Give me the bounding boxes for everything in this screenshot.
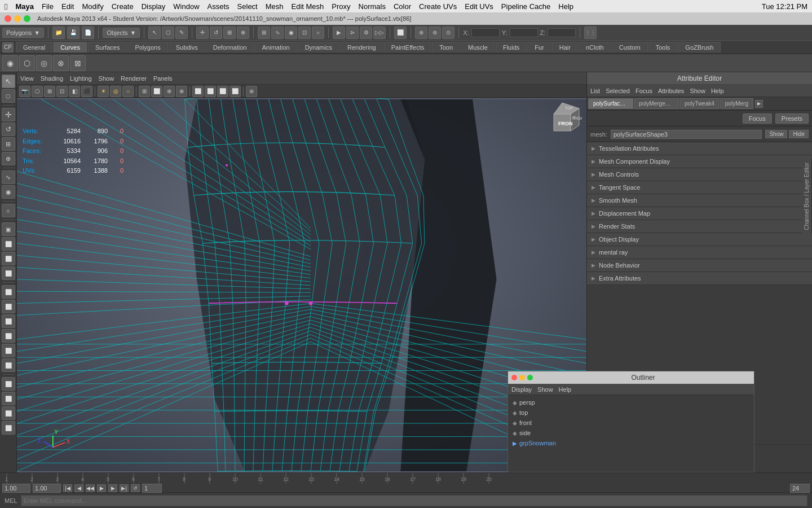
shelf-tab-gozbrush[interactable]: GoZBrush [678, 42, 721, 52]
outliner-item-grpsnowman[interactable]: ▶ grpSnowman [511, 438, 751, 448]
outliner-item-front[interactable]: ◆ front [511, 418, 751, 428]
create-menu[interactable]: Create [112, 2, 134, 11]
vp-show-menu[interactable]: Show [99, 75, 114, 82]
shelf-icon-3[interactable]: ◎ [36, 55, 52, 71]
next-frame-btn[interactable]: ▶ [108, 484, 117, 492]
layout-btn1[interactable]: ⬜ [2, 285, 15, 299]
section-tangent-space-header[interactable]: ▶ Tangent Space [587, 181, 812, 194]
color-menu[interactable]: Color [394, 2, 411, 11]
more-btn[interactable]: ⋮⋮ [584, 27, 597, 39]
shelf-tab-ncloth[interactable]: nCloth [579, 42, 611, 52]
vp-manip-btn[interactable]: ⊕ [164, 86, 175, 97]
vp-grid-btn[interactable]: ⊞ [139, 86, 150, 97]
close-button[interactable] [5, 15, 11, 22]
attr-focus-button[interactable]: Focus [743, 113, 772, 124]
modify-menu[interactable]: Modify [82, 2, 103, 11]
vp-view-menu[interactable]: View [20, 75, 34, 82]
z-input[interactable] [548, 28, 576, 37]
play-fwd-btn[interactable]: ▶ [97, 484, 106, 492]
help-menu[interactable]: Help [558, 2, 573, 11]
section-mental-ray-header[interactable]: ▶ mental ray [587, 246, 812, 259]
file-save-btn[interactable]: 💾 [67, 27, 80, 39]
layout-btn3[interactable]: ⬜ [2, 314, 15, 328]
channel-box-side-label[interactable]: Channel Box / Layer Editor [802, 159, 812, 234]
vp-layout3-btn[interactable]: ⬜ [217, 86, 228, 97]
display-menu[interactable]: Display [142, 2, 166, 11]
viewport[interactable]: View Shading Lighting Show Renderer Pane… [17, 72, 586, 472]
vp-lighting-menu[interactable]: Lighting [70, 75, 92, 82]
apple-menu[interactable]:  [5, 2, 7, 11]
section-smooth-mesh-header[interactable]: ▶ Smooth Mesh [587, 194, 812, 207]
outliner-min-btn[interactable] [519, 375, 525, 380]
window-menu[interactable]: Window [173, 2, 199, 11]
lasso-btn[interactable]: ⬡ [162, 27, 174, 39]
vp-camera-btn[interactable]: 📷 [19, 86, 30, 97]
move-btn[interactable]: ✛ [196, 27, 209, 39]
shelf-tab-tools[interactable]: Tools [648, 42, 678, 52]
outliner-item-top[interactable]: ◆ top [511, 408, 751, 418]
attr-hide-button[interactable]: Hide [789, 130, 809, 138]
file-new-btn[interactable]: 📄 [82, 27, 94, 39]
layout-btn5[interactable]: ⬜ [2, 344, 15, 357]
soft-mod-tool[interactable]: ∿ [2, 170, 15, 184]
vp-light2-btn[interactable]: ◎ [110, 86, 121, 97]
point-snap-btn[interactable]: ◉ [285, 27, 297, 39]
vp-smooth-btn[interactable]: ⊡ [56, 86, 68, 97]
attr-attributes-btn[interactable]: Attributes [658, 87, 684, 94]
view-cube-gizmo[interactable]: FRON T TOP RIGHT [542, 103, 582, 142]
vp-more-btn[interactable]: ⊛ [246, 86, 257, 97]
paint-select-tool[interactable]: ⬡ [2, 89, 15, 103]
shelf-tab-dynamics[interactable]: Dynamics [298, 42, 339, 52]
display-btn2[interactable]: ⬜ [2, 252, 15, 265]
vp-shade-btn[interactable]: ◧ [69, 86, 80, 97]
attr-tab-2[interactable]: polyMergeVert8 [634, 98, 679, 109]
shelf-tab-subdivs[interactable]: Subdivs [169, 42, 205, 52]
attr-tab-arrow[interactable]: ▶ [755, 100, 763, 108]
prev-frame-btn[interactable]: ◀ [74, 484, 83, 492]
next-key-btn[interactable]: ▶| [120, 484, 129, 492]
edit-uvs-menu[interactable]: Edit UVs [465, 2, 493, 11]
display-btn3[interactable]: ⬜ [2, 266, 15, 280]
outliner-show-menu[interactable]: Show [537, 386, 553, 393]
shelf-tab-fluids[interactable]: Fluids [496, 42, 527, 52]
shelf-tab-muscle[interactable]: Muscle [461, 42, 495, 52]
vp-light3-btn[interactable]: ○ [122, 86, 134, 97]
attr-show-button[interactable]: Show [765, 130, 787, 138]
proxy-menu[interactable]: Proxy [332, 2, 350, 11]
scale-tool[interactable]: ⊞ [2, 137, 15, 151]
timeline-ruler[interactable]: 1 2 3 4 5 6 7 8 9 10 11 [2, 473, 810, 484]
loop-btn[interactable]: ↺ [131, 484, 140, 492]
render-settings-btn[interactable]: ⚙ [360, 27, 372, 39]
curve-snap-btn[interactable]: ∿ [271, 27, 284, 39]
shelf-tab-toon[interactable]: Toon [432, 42, 460, 52]
show-ui-btn[interactable]: ⬜ [394, 27, 407, 39]
current-frame-input[interactable] [33, 484, 61, 493]
mesh-menu[interactable]: Mesh [266, 2, 284, 11]
shelf-icon-4[interactable]: ⊗ [53, 55, 69, 71]
shelf-icon-5[interactable]: ⊠ [70, 55, 86, 71]
vp-layout1-btn[interactable]: ⬜ [192, 86, 204, 97]
create-uvs-menu[interactable]: Create UVs [419, 2, 457, 11]
section-displacement-map-header[interactable]: ▶ Displacement Map [587, 207, 812, 220]
misc-btn3[interactable]: ⬜ [2, 406, 15, 420]
layout-btn6[interactable]: ⬜ [2, 358, 15, 372]
shelf-tab-polygons[interactable]: Polygons [127, 42, 167, 52]
ipr-btn[interactable]: ⊳ [346, 27, 359, 39]
sculpt-tool[interactable]: ◉ [2, 185, 15, 199]
attr-list-btn[interactable]: List [590, 87, 600, 94]
shelf-tab-hair[interactable]: Hair [552, 42, 578, 52]
attr-help-btn[interactable]: Help [711, 87, 724, 94]
shelf-tab-surfaces[interactable]: Surfaces [88, 42, 127, 52]
misc-btn4[interactable]: ⬜ [2, 421, 15, 435]
assets-menu[interactable]: Assets [208, 2, 230, 11]
section-tessellation-header[interactable]: ▶ Tessellation Attributes [587, 142, 812, 155]
select-tool[interactable]: ↖ [2, 75, 15, 88]
frame-display[interactable] [142, 484, 162, 493]
shelf-tab-curves[interactable]: Curves [53, 42, 87, 52]
prev-key-btn[interactable]: |◀ [63, 484, 72, 492]
edit-mesh-menu[interactable]: Edit Mesh [292, 2, 324, 11]
frame-end-input[interactable] [790, 484, 810, 493]
normals-menu[interactable]: Normals [359, 2, 386, 11]
section-extra-attrs-header[interactable]: ▶ Extra Attributes [587, 272, 812, 284]
attr-mesh-input[interactable] [611, 130, 762, 139]
